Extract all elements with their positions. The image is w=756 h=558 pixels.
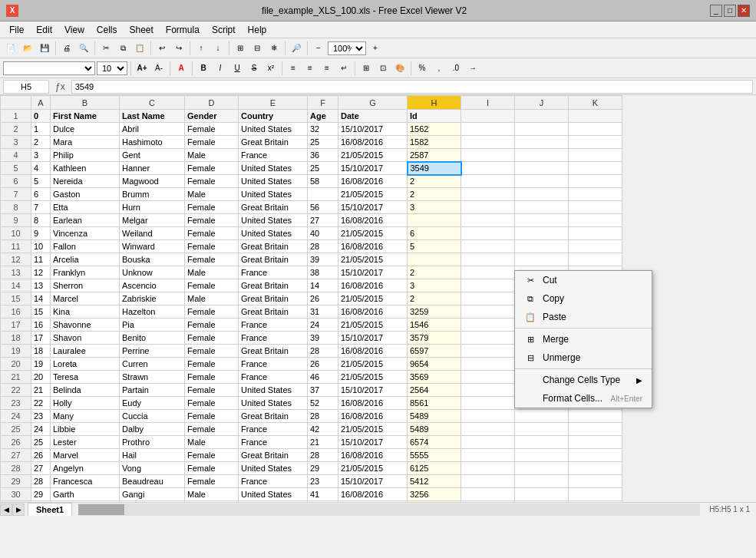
- cell-17-3[interactable]: Benito: [120, 332, 185, 345]
- cell-20-9[interactable]: [461, 371, 515, 384]
- ctx-unmerge[interactable]: ⊟ Unmerge: [515, 348, 652, 367]
- cell-4-10[interactable]: [515, 162, 569, 175]
- cell-30-10[interactable]: [515, 501, 569, 503]
- cell-2-8[interactable]: 1582: [408, 136, 461, 149]
- cell-12-2[interactable]: Franklyn: [51, 266, 120, 279]
- cell-24-6[interactable]: 42: [308, 423, 338, 436]
- cell-0-10[interactable]: [515, 110, 569, 123]
- cell-1-8[interactable]: 1562: [408, 123, 461, 136]
- cell-2-0[interactable]: 3: [1, 136, 31, 149]
- cell-23-8[interactable]: 5489: [408, 410, 461, 423]
- cell-0-3[interactable]: Last Name: [120, 110, 185, 123]
- cell-14-8[interactable]: 2: [408, 292, 461, 305]
- cell-28-4[interactable]: Female: [185, 475, 239, 488]
- tb-save[interactable]: 💾: [37, 41, 52, 56]
- cell-9-1[interactable]: 9: [31, 227, 51, 240]
- cell-3-11[interactable]: [569, 149, 622, 162]
- tb-sort-desc[interactable]: ↓: [210, 41, 226, 56]
- cell-18-2[interactable]: Lauralee: [51, 345, 120, 358]
- tb-delete-col[interactable]: ⊟: [249, 41, 265, 56]
- tab-scroll-right[interactable]: ▶: [12, 504, 25, 516]
- cell-14-5[interactable]: Great Britain: [239, 292, 308, 305]
- cell-8-0[interactable]: 9: [1, 214, 31, 227]
- cell-5-8[interactable]: 2: [408, 175, 461, 188]
- cell-15-5[interactable]: Great Britain: [239, 305, 308, 319]
- cell-3-8[interactable]: 2587: [408, 149, 461, 162]
- cell-11-5[interactable]: Great Britain: [239, 253, 308, 266]
- cell-14-2[interactable]: Marcel: [51, 292, 120, 305]
- tb-align-left[interactable]: ≡: [286, 61, 301, 76]
- tb-paste[interactable]: 📋: [132, 41, 147, 56]
- tb-font-grow[interactable]: A+: [134, 61, 150, 76]
- cell-29-7[interactable]: 16/08/2016: [338, 488, 408, 501]
- cell-20-4[interactable]: Female: [185, 371, 239, 384]
- tb-freeze[interactable]: ❄: [266, 41, 282, 56]
- cell-10-11[interactable]: [569, 240, 622, 253]
- cell-27-6[interactable]: 29: [308, 462, 338, 475]
- tb-print[interactable]: 🖨: [59, 41, 74, 56]
- cell-4-1[interactable]: 4: [31, 162, 51, 175]
- cell-12-6[interactable]: 38: [308, 266, 338, 279]
- tb-redo[interactable]: ↪: [171, 41, 187, 56]
- cell-25-11[interactable]: [569, 436, 622, 449]
- cell-24-9[interactable]: [461, 423, 515, 436]
- cell-28-6[interactable]: 23: [308, 475, 338, 488]
- cell-25-3[interactable]: Prothro: [120, 436, 185, 449]
- cell-reference[interactable]: [3, 80, 49, 94]
- cell-24-10[interactable]: [515, 423, 569, 436]
- cell-14-9[interactable]: [461, 292, 515, 305]
- cell-13-7[interactable]: 16/08/2016: [338, 279, 408, 292]
- cell-15-9[interactable]: [461, 305, 515, 319]
- cell-7-1[interactable]: 7: [31, 201, 51, 214]
- cell-28-9[interactable]: [461, 475, 515, 488]
- cell-20-2[interactable]: Teresa: [51, 371, 120, 384]
- cell-8-6[interactable]: 27: [308, 214, 338, 227]
- cell-10-10[interactable]: [515, 240, 569, 253]
- cell-15-4[interactable]: Female: [185, 305, 239, 319]
- cell-24-1[interactable]: 24: [31, 423, 51, 436]
- tb-copy[interactable]: ⧉: [115, 41, 130, 56]
- cell-17-4[interactable]: Female: [185, 332, 239, 345]
- font-size-select[interactable]: 10: [97, 61, 127, 75]
- cell-14-7[interactable]: 21/05/2015: [338, 292, 408, 305]
- cell-11-3[interactable]: Bouska: [120, 253, 185, 266]
- cell-25-1[interactable]: 25: [31, 436, 51, 449]
- cell-2-4[interactable]: Female: [185, 136, 239, 149]
- cell-26-0[interactable]: 27: [1, 449, 31, 462]
- cell-10-7[interactable]: 16/08/2016: [338, 240, 408, 253]
- cell-29-8[interactable]: 3256: [408, 488, 461, 501]
- tb-merge[interactable]: ⊞: [358, 61, 374, 76]
- cell-7-11[interactable]: [569, 201, 622, 214]
- cell-22-3[interactable]: Eudy: [120, 397, 185, 410]
- cell-7-7[interactable]: 15/10/2017: [338, 201, 408, 214]
- cell-8-8[interactable]: [408, 214, 461, 227]
- col-header-C[interactable]: C: [120, 96, 185, 110]
- cell-28-0[interactable]: 29: [1, 475, 31, 488]
- cell-6-10[interactable]: [515, 188, 569, 201]
- cell-22-4[interactable]: Female: [185, 397, 239, 410]
- col-header-K[interactable]: K: [569, 96, 622, 110]
- cell-26-3[interactable]: Hail: [120, 449, 185, 462]
- cell-28-7[interactable]: 15/10/2017: [338, 475, 408, 488]
- cell-28-11[interactable]: [569, 475, 622, 488]
- cell-17-0[interactable]: 18: [1, 332, 31, 345]
- cell-6-7[interactable]: 21/05/2015: [338, 188, 408, 201]
- cell-11-6[interactable]: 39: [308, 253, 338, 266]
- col-header-B[interactable]: B: [51, 96, 120, 110]
- cell-26-11[interactable]: [569, 449, 622, 462]
- cell-1-6[interactable]: 32: [308, 123, 338, 136]
- cell-12-5[interactable]: France: [239, 266, 308, 279]
- tb-cut[interactable]: ✂: [98, 41, 114, 56]
- cell-9-5[interactable]: United States: [239, 227, 308, 240]
- tb-font-shrink[interactable]: A-: [151, 61, 167, 76]
- cell-1-3[interactable]: Abril: [120, 123, 185, 136]
- cell-1-9[interactable]: [461, 123, 515, 136]
- cell-7-10[interactable]: [515, 201, 569, 214]
- cell-1-5[interactable]: United States: [239, 123, 308, 136]
- cell-27-8[interactable]: 6125: [408, 462, 461, 475]
- cell-10-3[interactable]: Winward: [120, 240, 185, 253]
- cell-3-9[interactable]: [461, 149, 515, 162]
- cell-11-11[interactable]: [569, 253, 622, 266]
- cell-6-6[interactable]: [308, 188, 338, 201]
- cell-3-0[interactable]: 4: [1, 149, 31, 162]
